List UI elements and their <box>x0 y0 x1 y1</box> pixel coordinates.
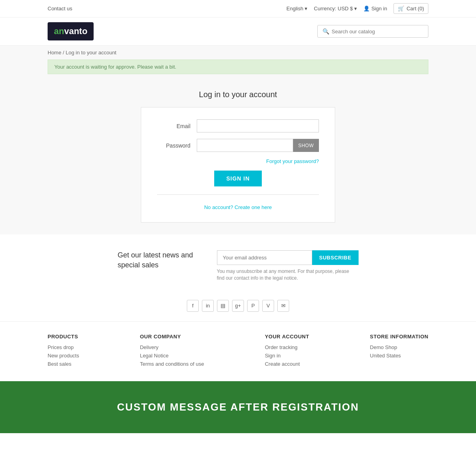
email-icon[interactable]: ✉ <box>277 300 289 312</box>
alert-success: Your account is waiting for approve. Ple… <box>48 60 428 74</box>
search-icon: 🔍 <box>322 28 329 35</box>
form-card: Email Password SHOW Forgot your password… <box>141 107 335 223</box>
main-content: Your account is waiting for approve. Ple… <box>0 60 476 234</box>
alert-message: Your account is waiting for approve. Ple… <box>54 64 176 70</box>
footer-store-name: Demo Shop <box>370 344 428 350</box>
search-box: 🔍 <box>317 25 428 38</box>
googleplus-icon[interactable]: g+ <box>232 300 244 312</box>
footer-company-heading: OUR COMPANY <box>140 334 204 340</box>
form-divider <box>157 194 319 195</box>
breadcrumb-home[interactable]: Home <box>48 50 61 56</box>
currency-selector[interactable]: Currency: USD $ ▾ <box>314 6 357 12</box>
user-icon: 👤 <box>363 6 370 12</box>
footer-store-country: United States <box>370 353 428 359</box>
password-field[interactable] <box>197 139 293 152</box>
logo-an: an <box>54 26 64 36</box>
newsletter-right: SUBSCRIBE You may unsubscribe at any mom… <box>217 250 359 282</box>
newsletter-title: Get our latest news andspecial sales <box>117 250 193 270</box>
footer-best-sales[interactable]: Best sales <box>48 361 79 367</box>
facebook-icon[interactable]: f <box>187 300 199 312</box>
footer-account-heading: YOUR ACCOUNT <box>265 334 309 340</box>
footer-legal-notice[interactable]: Legal Notice <box>140 353 204 359</box>
header: anvanto 🔍 <box>0 17 476 46</box>
linkedin-icon[interactable]: in <box>202 300 214 312</box>
footer-account: YOUR ACCOUNT Order tracking Sign in Crea… <box>265 334 309 369</box>
footer-store-heading: STORE INFORMATION <box>370 334 428 340</box>
social-row: f in ▤ g+ P V ✉ <box>0 294 476 321</box>
breadcrumb: Home / Log in to your account <box>0 46 476 60</box>
password-wrapper: SHOW <box>197 139 319 152</box>
show-password-button[interactable]: SHOW <box>293 139 319 152</box>
footer-prices-drop[interactable]: Prices drop <box>48 344 79 350</box>
logo-vanto: vanto <box>64 26 88 36</box>
create-account-link[interactable]: No account? Create one here <box>157 199 319 210</box>
bottom-space <box>0 433 476 457</box>
footer-order-tracking[interactable]: Order tracking <box>265 344 309 350</box>
rss-icon[interactable]: ▤ <box>217 300 229 312</box>
search-input[interactable] <box>332 29 423 35</box>
unsubscribe-note: You may unsubscribe at any moment. For t… <box>217 268 352 282</box>
email-field[interactable] <box>197 119 319 132</box>
newsletter-input-row: SUBSCRIBE <box>217 250 359 265</box>
logo-text: anvanto <box>54 26 87 36</box>
footer-company: OUR COMPANY Delivery Legal Notice Terms … <box>140 334 204 369</box>
breadcrumb-separator: / <box>63 50 64 56</box>
newsletter-section: Get our latest news andspecial sales SUB… <box>0 234 476 294</box>
top-bar-right: English ▾ Currency: USD $ ▾ 👤 Sign in 🛒 … <box>286 3 428 14</box>
logo[interactable]: anvanto <box>48 22 94 40</box>
login-container: Log in to your account Email Password SH… <box>48 82 428 223</box>
footer-new-products[interactable]: New products <box>48 353 79 359</box>
login-title: Log in to your account <box>48 90 428 99</box>
footer-products-heading: PRODUCTS <box>48 334 79 340</box>
vimeo-icon[interactable]: V <box>262 300 274 312</box>
footer-delivery[interactable]: Delivery <box>140 344 204 350</box>
breadcrumb-current: Log in to your account <box>66 50 117 56</box>
cart-button[interactable]: 🛒 Cart (0) <box>393 3 428 14</box>
sign-in-submit-button[interactable]: SIGN IN <box>214 171 262 186</box>
custom-banner: CUSTOM MESSAGE AFTER REGISTRATION <box>0 381 476 433</box>
footer-create-account[interactable]: Create account <box>265 361 309 367</box>
footer: PRODUCTS Prices drop New products Best s… <box>0 321 476 381</box>
subscribe-button[interactable]: SUBSCRIBE <box>312 250 359 265</box>
cart-icon: 🛒 <box>398 6 404 12</box>
signin-button[interactable]: 👤 Sign in <box>363 6 387 12</box>
footer-products: PRODUCTS Prices drop New products Best s… <box>48 334 79 369</box>
newsletter-email-input[interactable] <box>217 250 312 265</box>
email-label: Email <box>157 123 197 129</box>
top-bar: Contact us English ▾ Currency: USD $ ▾ 👤… <box>0 0 476 17</box>
forgot-password-link[interactable]: Forgot your password? <box>157 158 319 164</box>
language-selector[interactable]: English ▾ <box>286 6 307 12</box>
email-group: Email <box>157 119 319 132</box>
pinterest-icon[interactable]: P <box>247 300 259 312</box>
footer-store: STORE INFORMATION Demo Shop United State… <box>370 334 428 369</box>
contact-link[interactable]: Contact us <box>48 6 72 12</box>
newsletter-left: Get our latest news andspecial sales <box>117 250 193 270</box>
password-label: Password <box>157 142 197 149</box>
password-group: Password SHOW <box>157 139 319 152</box>
footer-terms[interactable]: Terms and conditions of use <box>140 361 204 367</box>
banner-message: CUSTOM MESSAGE AFTER REGISTRATION <box>117 401 359 413</box>
footer-signin[interactable]: Sign in <box>265 353 309 359</box>
